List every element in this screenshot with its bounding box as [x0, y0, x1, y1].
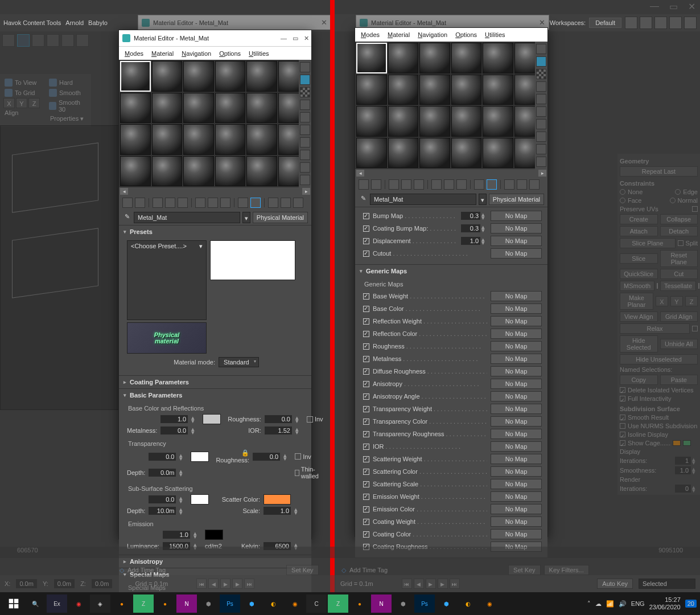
taskbar-app[interactable]: C — [306, 594, 327, 613]
menu-material[interactable]: Material — [151, 50, 174, 57]
map-enable-checkbox[interactable] — [363, 238, 369, 244]
taskbar-start[interactable] — [3, 594, 24, 613]
map-enable-checkbox[interactable] — [363, 293, 369, 300]
sample-slot[interactable] — [356, 106, 387, 137]
video-check-icon[interactable] — [300, 112, 310, 122]
map-enable-checkbox[interactable] — [363, 531, 369, 538]
transparency-roughness-spinner[interactable]: 0.0 — [253, 453, 280, 461]
axis-z-button[interactable]: Z — [28, 98, 40, 108]
taskbar-app[interactable]: Ps — [414, 594, 435, 613]
sample-slot[interactable] — [246, 124, 277, 155]
delete-iso-checkbox[interactable] — [620, 387, 625, 393]
material-map-icon[interactable] — [300, 162, 310, 173]
eyedropper-icon[interactable]: ✎ — [122, 213, 131, 222]
map-enable-checkbox[interactable] — [363, 519, 369, 525]
roughness-inv-checkbox[interactable] — [307, 416, 313, 423]
tess-opts[interactable] — [698, 283, 699, 289]
next-frame-icon[interactable]: ▶ — [232, 579, 242, 589]
map-enable-checkbox[interactable] — [363, 419, 369, 425]
play-icon[interactable]: ▶ — [220, 579, 230, 589]
relax-opts[interactable] — [692, 326, 698, 331]
make-copy-icon[interactable] — [431, 179, 442, 190]
tray-up-icon[interactable]: ˄ — [587, 600, 591, 608]
toolbar-icon[interactable] — [654, 17, 667, 29]
menu-babylon[interactable]: Babylo — [88, 19, 108, 26]
map-slot-button[interactable]: No Map — [491, 379, 542, 389]
menu-havok[interactable]: Havok Content Tools — [3, 19, 61, 26]
map-enable-checkbox[interactable] — [363, 506, 369, 512]
sample-slot[interactable] — [215, 93, 246, 124]
toolbar-icon[interactable] — [640, 17, 652, 29]
move-icon[interactable] — [300, 175, 310, 185]
repeat-last-button[interactable]: Repeat Last — [620, 166, 698, 177]
rollout-coating[interactable]: Coating Parameters — [119, 376, 311, 388]
map-enable-checkbox[interactable] — [363, 318, 369, 325]
sample-slot[interactable] — [451, 43, 482, 73]
reset-icon[interactable] — [401, 179, 411, 190]
cage-color-1[interactable] — [673, 440, 681, 446]
tb-icon[interactable] — [76, 34, 89, 47]
make-copy-icon[interactable] — [195, 198, 205, 208]
taskbar-search[interactable]: 🔍 — [25, 594, 46, 613]
sample-slot[interactable] — [483, 138, 513, 169]
taskbar-app[interactable]: Z — [328, 594, 348, 613]
assign-icon[interactable] — [389, 179, 399, 190]
sss-weight-spinner[interactable]: 0.0 — [149, 495, 176, 503]
map-slot-button[interactable]: No Map — [491, 516, 542, 527]
paste-button[interactable]: Paste — [660, 375, 698, 385]
map-enable-checkbox[interactable] — [363, 331, 369, 337]
goto-start-icon[interactable]: ⏮ — [196, 579, 207, 589]
map-slot-button[interactable]: No Map — [491, 316, 542, 326]
map-slot-button[interactable]: No Map — [491, 391, 542, 401]
base-color-swatch[interactable] — [203, 414, 221, 424]
tray-keyboard[interactable]: ENG — [631, 600, 645, 607]
workspaces-dropdown[interactable]: Default — [589, 18, 621, 28]
taskbar-app[interactable]: ● — [155, 594, 175, 613]
map-slot-button[interactable]: No Map — [491, 304, 542, 314]
show-map-icon[interactable] — [250, 198, 261, 208]
play-icon[interactable]: ▶ — [426, 579, 436, 589]
menu-navigation[interactable]: Navigation — [182, 50, 211, 57]
map-slot-button[interactable]: No Map — [491, 236, 542, 246]
taskbar-app[interactable]: N — [371, 594, 392, 613]
map-enable-checkbox[interactable] — [363, 213, 369, 219]
sample-slot[interactable] — [451, 75, 482, 105]
map-slot-button[interactable]: No Map — [491, 223, 542, 233]
emission-weight-spinner[interactable]: 1.0 — [163, 531, 190, 539]
lock-icon[interactable]: 🔒 — [241, 449, 249, 456]
put-library-icon[interactable] — [220, 198, 230, 208]
tray-wifi-icon[interactable]: 📶 — [606, 600, 614, 608]
taskbar-app[interactable]: ⬢ — [393, 594, 413, 613]
map-slot-button[interactable]: No Map — [491, 454, 542, 464]
taskbar-app[interactable]: ● — [349, 594, 370, 613]
background-icon[interactable] — [300, 87, 310, 97]
map-slot-button[interactable]: No Map — [491, 291, 542, 301]
taskbar-app[interactable]: Ps — [220, 594, 240, 613]
eyedropper-icon[interactable]: ✎ — [359, 195, 368, 204]
map-enable-checkbox[interactable] — [363, 444, 369, 450]
put-to-scene-icon[interactable] — [371, 179, 381, 190]
material-name-dropdown[interactable]: ▾ — [242, 212, 250, 223]
go-parent-icon[interactable] — [281, 198, 291, 208]
viewport[interactable] — [0, 125, 120, 410]
menu-utilities[interactable]: Utilities — [485, 31, 505, 38]
sample-slot[interactable] — [215, 124, 246, 155]
close-icon[interactable]: ✕ — [304, 35, 309, 42]
sample-slot[interactable] — [152, 156, 183, 187]
toolbar-icon[interactable] — [625, 17, 637, 29]
taskbar-app[interactable]: ◉ — [68, 594, 89, 613]
sample-slot[interactable] — [183, 93, 214, 124]
axis-y-button[interactable]: Y — [16, 98, 27, 108]
msmooth-button[interactable]: MSmooth — [620, 281, 654, 291]
to-grid-button[interactable]: To Grid — [3, 88, 40, 98]
sample-slot[interactable] — [388, 138, 419, 169]
options-icon[interactable] — [536, 119, 546, 129]
sample-slot[interactable] — [388, 43, 419, 73]
taskbar-app[interactable]: N — [176, 594, 197, 613]
transparency-color-swatch[interactable] — [191, 452, 209, 462]
sss-color-swatch[interactable] — [191, 494, 209, 505]
get-material-icon[interactable] — [359, 179, 369, 190]
sample-slot[interactable] — [356, 75, 387, 105]
maximize-icon[interactable]: ▭ — [669, 1, 678, 12]
thin-walled-checkbox[interactable] — [295, 470, 299, 476]
